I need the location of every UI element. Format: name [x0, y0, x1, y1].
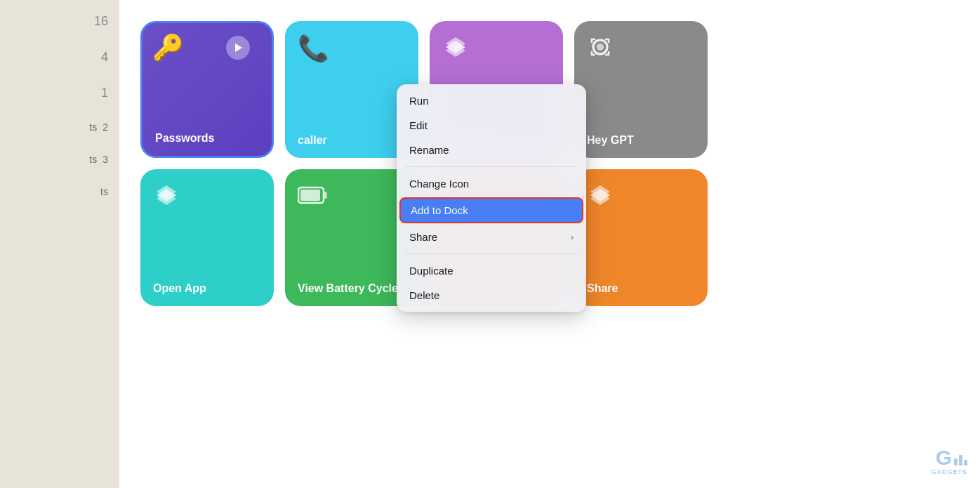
svg-rect-4 [300, 190, 320, 201]
layers-icon-facebook [442, 34, 469, 67]
tile-openapp-label: Open App [153, 282, 206, 295]
sidebar-number-1: 1 [101, 86, 108, 100]
tile-share[interactable]: Share [574, 169, 708, 306]
tile-heygpt[interactable]: Hey GPT [574, 21, 708, 158]
menu-section-bottom: Duplicate Delete [397, 254, 586, 312]
menu-item-delete[interactable]: Delete [397, 283, 586, 308]
bar1 [954, 459, 958, 466]
tile-openapp[interactable]: Open App [140, 169, 274, 306]
sidebar-item-label: ts [100, 186, 108, 197]
watermark-text: GADGETS [931, 468, 967, 475]
tile-caller-label: caller [298, 133, 327, 147]
menu-item-share[interactable]: Share › [397, 225, 586, 249]
menu-item-share-label: Share [409, 231, 437, 243]
sidebar-item-ts3: ts 3 [89, 154, 108, 165]
play-button-icon [226, 36, 250, 60]
battery-icon [298, 182, 329, 211]
sidebar-item-ts2: ts 2 [89, 121, 108, 133]
menu-section-middle: Change Icon Add to Dock Share › [397, 167, 586, 253]
tile-heygpt-label: Hey GPT [587, 133, 634, 147]
watermark: G GADGETS [911, 447, 967, 475]
key-icon: 🔑 [152, 33, 184, 62]
sidebar-item-ts-extra: ts [100, 186, 108, 197]
bar3 [964, 460, 967, 466]
menu-item-rename[interactable]: Rename [397, 138, 586, 162]
sidebar: 16 4 1 ts 2 ts 3 ts [0, 0, 119, 488]
tile-share-label: Share [587, 282, 618, 295]
passwords-icons: 🔑 [152, 33, 250, 62]
sidebar-item-number: 2 [102, 121, 108, 133]
menu-item-edit[interactable]: Edit [397, 113, 586, 138]
menu-item-change-icon[interactable]: Change Icon [397, 171, 586, 196]
sidebar-item-label: ts [89, 154, 97, 165]
layers-icon-share [587, 182, 614, 215]
sidebar-item-number: 3 [102, 154, 108, 165]
sidebar-number-4: 4 [101, 50, 108, 65]
watermark-icon: G [936, 447, 967, 468]
svg-rect-3 [324, 192, 327, 199]
sidebar-number-16: 16 [94, 14, 108, 29]
phone-icon: 📞 [298, 34, 329, 63]
menu-item-run[interactable]: Run [397, 88, 586, 113]
tile-passwords[interactable]: 🔑 Passwords [140, 21, 274, 158]
svg-point-1 [597, 44, 604, 51]
watermark-g-letter: G [936, 447, 952, 468]
camera-icon [587, 34, 614, 67]
watermark-logo: G GADGETS [911, 447, 967, 475]
bar2 [959, 455, 962, 466]
menu-item-add-to-dock[interactable]: Add to Dock [399, 197, 583, 223]
menu-item-duplicate[interactable]: Duplicate [397, 258, 586, 283]
menu-section-top: Run Edit Rename [397, 84, 586, 166]
layers-icon-openapp [153, 182, 180, 215]
tile-battery-label: View Battery Cycle [298, 282, 398, 295]
tile-passwords-label: Passwords [155, 131, 214, 145]
context-menu: Run Edit Rename Change Icon Add to Dock … [397, 84, 586, 312]
main-content: 🔑 Passwords 📞 caller Facebook [119, 0, 980, 488]
chevron-right-icon: › [571, 232, 574, 242]
watermark-bars [954, 455, 967, 466]
sidebar-item-label: ts [89, 121, 97, 133]
